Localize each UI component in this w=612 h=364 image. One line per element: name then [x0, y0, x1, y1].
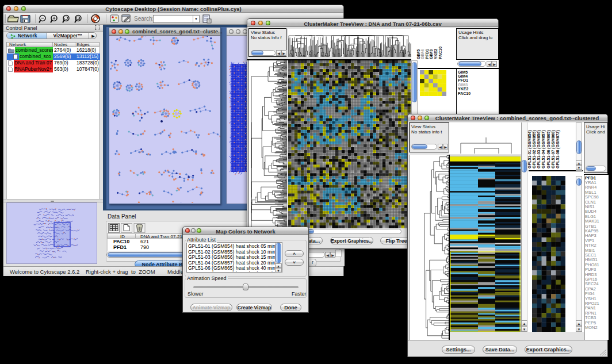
svg-text:Search:: Search: [134, 16, 154, 22]
